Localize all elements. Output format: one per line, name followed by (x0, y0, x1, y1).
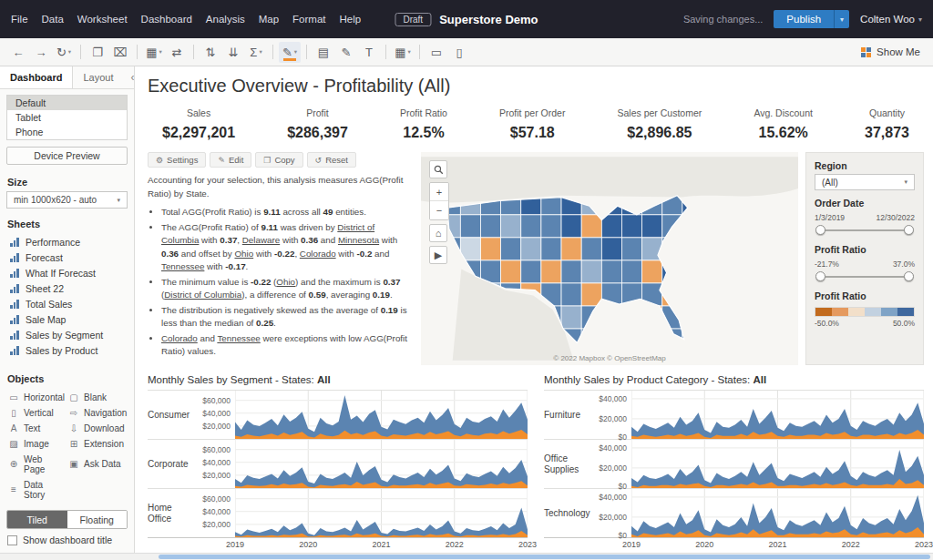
tab-layout[interactable]: Layout (73, 66, 123, 88)
area-plot-corporate[interactable] (235, 440, 528, 488)
zoom-in-button[interactable]: + (430, 183, 448, 201)
object-extension[interactable]: ⊞Extension (67, 436, 128, 451)
horizontal-scrollbar-thumb[interactable] (159, 555, 930, 559)
sheet-item-sheet-22[interactable]: Sheet 22 (0, 280, 134, 296)
highlight-icon[interactable]: ✎▾ (279, 42, 301, 63)
order-date-slider[interactable] (815, 223, 914, 237)
profit-ratio-slider-handle-left[interactable] (815, 271, 825, 281)
tab-dashboard[interactable]: Dashboard (0, 66, 73, 88)
device-item-phone[interactable]: Phone (7, 125, 127, 139)
annotate-icon[interactable]: ✎ (335, 42, 357, 63)
object-vertical[interactable]: ▯Vertical (6, 405, 67, 420)
sheet-item-what-if-forecast[interactable]: What If Forecast (0, 265, 134, 280)
sort-descending-icon[interactable]: ⇊ (222, 42, 244, 63)
segment-chart-title: Monthly Sales by Segment - States: All (148, 374, 528, 385)
map-pan-button[interactable]: ▶ (429, 246, 447, 264)
fit-icon[interactable]: ▦▾ (392, 42, 414, 63)
profit-ratio-slider[interactable] (815, 270, 914, 283)
tiled-toggle[interactable]: Tiled (7, 511, 67, 528)
x-label-2022: 2022 (446, 540, 464, 549)
user-menu[interactable]: Colten Woo ▾ (860, 14, 922, 25)
redo-icon[interactable]: → (30, 42, 52, 63)
sheet-item-forecast[interactable]: Forecast (0, 249, 134, 265)
menu-dashboard[interactable]: Dashboard (141, 14, 192, 25)
sheet-item-sale-map[interactable]: Sale Map (0, 311, 134, 327)
us-choropleth-map[interactable] (421, 152, 798, 365)
publish-button[interactable]: Publish (774, 10, 834, 28)
device-item-tablet[interactable]: Tablet (7, 110, 127, 125)
profit-ratio-slider-handle-right[interactable] (904, 271, 914, 281)
totals-icon[interactable]: Σ▾ (245, 42, 267, 63)
legend-max: 50.0% (893, 319, 915, 328)
format-icon[interactable]: ▤ (313, 42, 334, 63)
menu-data[interactable]: Data (42, 14, 64, 25)
area-plot-home-office[interactable] (235, 489, 528, 537)
order-date-slider-handle-left[interactable] (815, 225, 825, 235)
presentation-mode-icon[interactable]: ▭ (425, 42, 447, 63)
area-plot-office-supplies[interactable] (631, 440, 924, 488)
device-list: DefaultTabletPhone (6, 95, 128, 140)
menu-analysis[interactable]: Analysis (206, 14, 245, 25)
show-me-button[interactable]: Show Me (856, 44, 926, 60)
show-dashboard-title-checkbox[interactable] (7, 535, 17, 545)
menu-worksheet[interactable]: Worksheet (77, 14, 128, 25)
y-axis-ticks: $40,000$20,000$0 (591, 391, 631, 439)
object-ask-data[interactable]: ▣Ask Data (67, 452, 128, 476)
chevron-left-icon[interactable]: ‹ (124, 71, 136, 84)
area-plot-technology[interactable] (631, 489, 924, 537)
new-worksheet-icon[interactable]: ▦▾ (143, 42, 165, 63)
chart-title-value: All (753, 374, 766, 385)
map-home-button[interactable]: ⌂ (429, 224, 447, 242)
swap-axes-icon[interactable]: ⇄ (166, 42, 188, 63)
menu-help[interactable]: Help (339, 14, 361, 25)
caret-down-icon: ▾ (918, 15, 922, 24)
copy-button[interactable]: ❐Copy (255, 152, 302, 168)
kpi-label: Avg. Discount (754, 107, 813, 118)
device-preview-button[interactable]: Device Preview (6, 147, 128, 165)
object-image[interactable]: ▨Image (6, 436, 67, 451)
dashboard-canvas: Executive Overview - Profitability (All)… (135, 66, 933, 553)
undo-icon[interactable]: ← (7, 42, 29, 63)
reset-button[interactable]: ↺Reset (307, 152, 356, 168)
y-tick: $40,000 (202, 458, 231, 467)
object-web-page[interactable]: ⊕Web Page (6, 452, 67, 476)
publish-caret-button[interactable]: ▾ (834, 10, 849, 28)
object-horizontal[interactable]: ▭Horizontal (6, 390, 67, 404)
area-plot-furniture[interactable] (631, 391, 924, 439)
sheet-item-performance[interactable]: Performance (0, 234, 134, 249)
area-plot-consumer[interactable] (235, 391, 528, 439)
sheet-item-sales-by-segment[interactable]: Sales by Segment (0, 327, 134, 342)
device-designer-icon[interactable]: ▯ (448, 42, 470, 63)
menu-file[interactable]: File (11, 14, 28, 25)
region-dropdown[interactable]: (All) ▾ (815, 174, 915, 190)
menu-map[interactable]: Map (259, 14, 279, 25)
kpi-sales-per-customer: Sales per Customer$2,896.85 (617, 107, 702, 141)
menubar-right: Saving changes... Publish ▾ Colten Woo ▾ (683, 10, 922, 28)
object-navigation[interactable]: ⇨Navigation (67, 405, 128, 420)
kpi-label: Profit (287, 107, 348, 118)
sheet-item-total-sales[interactable]: Total Sales (0, 296, 134, 311)
size-selector[interactable]: min 1000x620 - auto ▾ (6, 191, 128, 209)
replay-icon[interactable]: ↻▾ (53, 42, 75, 63)
order-date-slider-handle-right[interactable] (904, 225, 914, 235)
device-item-default[interactable]: Default (7, 96, 127, 110)
caret-down-icon: ▾ (68, 48, 71, 56)
floating-toggle[interactable]: Floating (67, 511, 128, 528)
zoom-out-button[interactable]: − (430, 201, 448, 219)
region-value: (All) (822, 178, 838, 188)
profit-ratio-legend-bar[interactable] (815, 307, 915, 317)
horizontal-scrollbar[interactable] (0, 553, 933, 560)
duplicate-icon[interactable]: ❐ (87, 42, 108, 63)
object-blank[interactable]: ▢Blank (67, 390, 128, 404)
object-download[interactable]: ⇩Download (67, 421, 128, 435)
object-text[interactable]: AText (6, 421, 67, 435)
clear-sheet-icon[interactable]: ⌧ (109, 42, 131, 63)
map-search-button[interactable] (429, 160, 447, 178)
menu-format[interactable]: Format (292, 14, 325, 25)
settings-button[interactable]: ⚙Settings (148, 152, 206, 168)
text-label-icon[interactable]: T (358, 42, 380, 63)
edit-button[interactable]: ✎Edit (210, 152, 251, 168)
sort-ascending-icon[interactable]: ⇅ (200, 42, 221, 63)
object-data-story[interactable]: ≡Data Story (6, 477, 67, 502)
sheet-item-sales-by-product[interactable]: Sales by Product (0, 342, 134, 358)
